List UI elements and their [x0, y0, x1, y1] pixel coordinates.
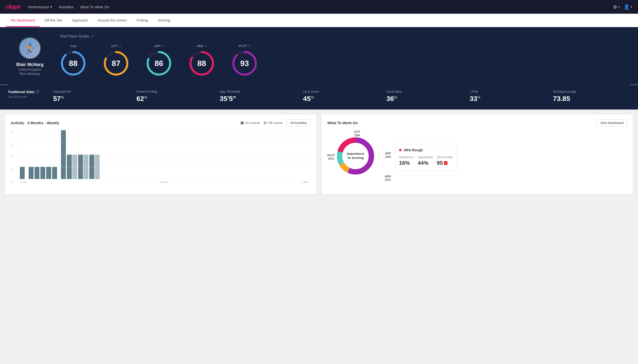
nav-activities[interactable]: Activities: [59, 5, 73, 9]
user-icon: 👤: [623, 4, 630, 10]
arg-value: 88: [197, 59, 206, 68]
metric-importance: Importance 16%: [399, 156, 414, 166]
score-app: APP ↗ 86: [138, 42, 180, 79]
add-button[interactable]: ⊕ ▾: [613, 4, 620, 10]
ott-circle: 87: [103, 50, 129, 77]
down-badge: ↓: [444, 161, 448, 165]
activity-card-header: Activity - 3 Months - Weekly On course O…: [11, 119, 311, 126]
bar-chart-container: 0 1 2 3 4: [11, 130, 311, 190]
tab-approach[interactable]: Approach: [67, 14, 93, 27]
stat-value: 36%: [386, 95, 458, 103]
metric-label: Shot Quality: [437, 156, 453, 159]
stat-label: Sand Save: [386, 90, 458, 94]
donut-chart: Importance To Scoring: [335, 135, 376, 178]
tab-scoring[interactable]: Scoring: [153, 14, 175, 27]
info-card-title: ARG Rough: [399, 148, 453, 152]
stat-app-proximity: App. Proximity 35'5": [214, 90, 297, 103]
donut-label-arg: ARG 21%: [384, 175, 391, 182]
chevron-down-icon: ▾: [618, 5, 620, 8]
stats-title: Traditional Stats ⓘ: [8, 90, 47, 94]
metric-shot-quality: Shot Quality 95 ↓: [437, 156, 453, 166]
svg-text:Importance: Importance: [347, 152, 364, 156]
metric-value: 44%: [418, 160, 433, 166]
bar-group: [61, 130, 66, 179]
stat-greens-in-reg: Greens In Reg 62%: [130, 90, 214, 103]
score-arg: ARG ↗ 88: [180, 42, 223, 79]
player-country: United Kingdom: [19, 68, 41, 72]
all-activities-button[interactable]: All Activities: [286, 119, 311, 126]
total-label: Total: [70, 44, 76, 48]
player-handicap: Plus Handicap: [20, 72, 40, 76]
bar-off-course: [84, 154, 88, 179]
bar-off-course: [72, 154, 77, 179]
metric-label: Opportunity: [418, 156, 433, 159]
legend-on-course: On course: [241, 121, 260, 125]
avatar: 🏌️: [19, 37, 41, 59]
bar-group: [78, 154, 88, 179]
bar-on-course: [67, 154, 72, 179]
activity-chart-title: Activity - 3 Months - Weekly: [11, 121, 59, 125]
nav-links: Performance ▾ Activities What To Work On: [28, 5, 109, 9]
user-menu[interactable]: 👤 ▾: [623, 4, 632, 10]
stats-label-section: Traditional Stats ⓘ Last 20 rounds: [8, 90, 47, 98]
donut-section: OTT 10% PUTT 57% APP 12% ARG 21%: [327, 130, 627, 184]
bar-on-course: [78, 154, 83, 179]
sub-nav: My Dashboard Off the Tee Approach Around…: [0, 14, 638, 27]
stat-value: 57%: [53, 95, 124, 103]
bar-on-course: [40, 167, 45, 179]
off-course-dot: [264, 122, 267, 124]
bar-group: [40, 167, 45, 179]
stat-label: Fairways Hit: [53, 90, 124, 94]
help-icon[interactable]: ⓘ: [91, 34, 94, 38]
legend-off-course: Off course: [264, 121, 283, 125]
tab-off-the-tee[interactable]: Off the Tee: [40, 14, 67, 27]
donut-outer: OTT 10% PUTT 57% APP 12% ARG 21%: [327, 130, 391, 184]
nav-performance[interactable]: Performance ▾: [28, 5, 52, 9]
ott-value: 87: [112, 59, 120, 68]
help-icon[interactable]: ⓘ: [36, 90, 39, 94]
metric-label: Importance: [399, 156, 414, 159]
stats-subtitle: Last 20 rounds: [8, 95, 47, 98]
nav-what-to-work-on[interactable]: What To Work On: [80, 5, 109, 9]
on-course-dot: [241, 122, 244, 124]
bar-off-course: [95, 154, 100, 179]
stat-scoring-average: Scoring Average 73.85: [547, 90, 630, 103]
tab-my-dashboard[interactable]: My Dashboard: [6, 14, 40, 27]
y-axis: 0 1 2 3 4: [11, 130, 12, 184]
stat-up-and-down: Up & Down 45%: [297, 90, 380, 103]
stat-sand-save: Sand Save 36%: [380, 90, 464, 103]
stat-label: Scoring Average: [553, 90, 624, 94]
chevron-down-icon: ▾: [50, 5, 52, 9]
tab-putting[interactable]: Putting: [132, 14, 153, 27]
app-circle: 86: [145, 50, 172, 77]
score-total: Total 88: [60, 42, 95, 79]
bottom-section: Activity - 3 Months - Weekly On course O…: [0, 110, 638, 199]
app-logo: clippd: [6, 4, 20, 10]
quality-title: Total Player Quality ⓘ: [60, 34, 630, 38]
putt-value: 93: [240, 59, 249, 68]
view-dashboard-button[interactable]: View Dashboard: [597, 119, 627, 126]
stats-bar: Traditional Stats ⓘ Last 20 rounds Fairw…: [0, 85, 638, 110]
work-on-card: What To Work On View Dashboard OTT 10% P…: [321, 114, 633, 194]
donut-label-putt: PUTT 57%: [327, 154, 335, 160]
arrow-up-icon: ↗: [119, 44, 121, 48]
ott-label: OTT ↗: [111, 44, 121, 48]
bar-on-course: [52, 167, 57, 179]
work-on-title: What To Work On: [327, 121, 358, 125]
chevron-down-icon: ▾: [631, 5, 632, 8]
metric-value: 16%: [399, 160, 414, 166]
tab-around-the-green[interactable]: Around the Green: [93, 14, 132, 27]
plus-icon: ⊕: [613, 4, 617, 10]
work-on-card-header: What To Work On View Dashboard: [327, 119, 627, 126]
donut-label-app: APP 12%: [385, 152, 391, 159]
bar-on-course: [29, 167, 34, 179]
arrow-up-icon: ↗: [248, 44, 250, 48]
bar-on-course: [46, 167, 51, 179]
player-name: Blair McHarg: [16, 62, 43, 67]
score-putt: PUTT ↗ 93: [223, 42, 266, 79]
stat-value: 73.85: [553, 95, 624, 103]
total-value: 88: [69, 59, 78, 68]
arrow-up-icon: ↗: [205, 44, 207, 48]
stat-label: Greens In Reg: [136, 90, 207, 94]
app-label: APP ↗: [154, 44, 163, 48]
